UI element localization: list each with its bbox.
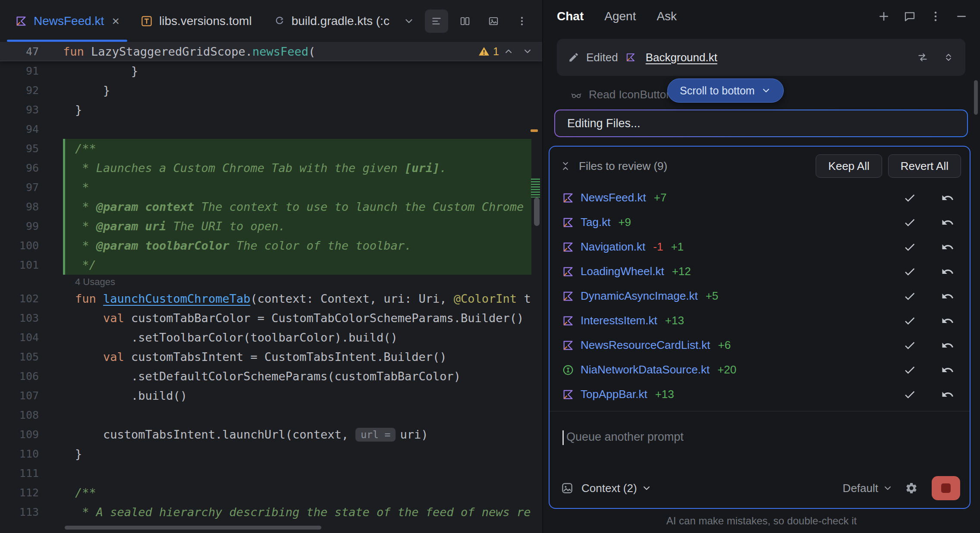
file-name-link[interactable]: NewsFeed.kt [581, 191, 646, 204]
code-line[interactable]: 100 * @param toolbarColor The color of t… [0, 236, 542, 255]
accept-check-icon[interactable] [903, 388, 916, 401]
code-line[interactable]: 97 * [0, 178, 542, 197]
hidden-tabs-dropdown-icon[interactable] [400, 0, 418, 42]
code-line[interactable]: 108 [0, 405, 542, 425]
file-name-link[interactable]: LoadingWheel.kt [581, 265, 664, 278]
accept-check-icon[interactable] [903, 339, 916, 352]
screenshot-image-icon[interactable] [482, 9, 505, 33]
accept-check-icon[interactable] [903, 265, 916, 278]
file-name-link[interactable]: Tag.kt [581, 216, 610, 229]
code-line[interactable]: 109 customTabsIntent.launchUrl(context, … [0, 425, 542, 444]
structure-list-icon[interactable] [425, 9, 448, 33]
file-review-row[interactable]: NewsResourceCardList.kt+6 [550, 333, 970, 357]
keep-all-button[interactable]: Keep All [816, 154, 882, 178]
tab-build-gradle[interactable]: build.gradle.kts (:c [262, 0, 400, 42]
code-line[interactable]: 101 */ [0, 255, 542, 275]
file-name-link[interactable]: TopAppBar.kt [581, 388, 647, 401]
minimize-icon[interactable] [955, 10, 968, 23]
stop-button[interactable] [932, 476, 960, 500]
split-editor-icon[interactable] [453, 9, 477, 33]
new-chat-icon[interactable] [877, 10, 890, 23]
expand-collapse-icon[interactable] [943, 52, 954, 63]
accept-check-icon[interactable] [903, 216, 916, 229]
file-review-row[interactable]: Tag.kt+9 [550, 210, 970, 235]
code-line[interactable]: 104 .setToolbarColor(toolbarColor).build… [0, 328, 542, 347]
tab-chat[interactable]: Chat [557, 9, 584, 23]
code-line[interactable]: 102fun launchCustomChromeTab(context: Co… [0, 289, 542, 308]
code-line[interactable]: 106 .setDefaultColorSchemeParams(customT… [0, 367, 542, 386]
close-tab-icon[interactable]: × [112, 15, 119, 28]
code-line[interactable]: 93} [0, 100, 542, 119]
file-review-row[interactable]: NewsFeed.kt+7 [550, 185, 970, 210]
revert-undo-icon[interactable] [941, 191, 954, 204]
context-selector[interactable]: Context (2) [581, 482, 652, 495]
tab-libs-versions[interactable]: libs.versions.toml [130, 0, 262, 42]
code-line[interactable]: 94 [0, 119, 542, 139]
accept-check-icon[interactable] [903, 364, 916, 376]
prev-issue-icon[interactable] [499, 46, 518, 56]
file-review-row[interactable]: Navigation.kt-1+1 [550, 235, 970, 259]
accept-check-icon[interactable] [903, 191, 916, 204]
code-line[interactable]: 91 } [0, 61, 542, 81]
revert-all-button[interactable]: Revert All [888, 154, 961, 178]
usages-hint[interactable]: 4 Usages [0, 275, 542, 289]
tab-ask[interactable]: Ask [656, 9, 677, 23]
code-line[interactable]: 113 * A sealed hierarchy describing the … [0, 502, 542, 522]
file-review-row[interactable]: LoadingWheel.kt+12 [550, 259, 970, 284]
code-line[interactable]: 92 } [0, 81, 542, 100]
code-line[interactable]: 103 val customTabBarColor = CustomTabCol… [0, 308, 542, 328]
file-review-row[interactable]: DynamicAsyncImage.kt+5 [550, 284, 970, 308]
chat-history-icon[interactable] [903, 10, 916, 23]
model-selector[interactable]: Default [843, 482, 893, 495]
show-diff-icon[interactable] [917, 52, 928, 63]
settings-gear-icon[interactable] [905, 482, 918, 495]
kotlin-file-icon [562, 191, 575, 204]
revert-undo-icon[interactable] [941, 216, 954, 229]
tab-agent[interactable]: Agent [604, 9, 636, 23]
accept-check-icon[interactable] [903, 314, 916, 327]
file-name-link[interactable]: NiaNetworkDataSource.kt [581, 363, 710, 376]
revert-undo-icon[interactable] [941, 388, 954, 401]
revert-undo-icon[interactable] [941, 314, 954, 327]
revert-undo-icon[interactable] [941, 364, 954, 376]
code-editor[interactable]: 91 }92 }93}9495/**96 * Launches a Custom… [0, 61, 542, 522]
code-line[interactable]: 98 * @param context The context to use t… [0, 197, 542, 216]
revert-undo-icon[interactable] [941, 241, 954, 254]
scroll-to-bottom-button[interactable]: Scroll to bottom [667, 78, 784, 103]
revert-undo-icon[interactable] [941, 339, 954, 352]
vertical-scrollbar[interactable] [534, 198, 540, 226]
code-line[interactable]: 95/** [0, 139, 542, 158]
edited-file-link[interactable]: Background.kt [646, 51, 717, 64]
file-review-row[interactable]: TopAppBar.kt+13 [550, 382, 970, 407]
file-review-row[interactable]: NiaNetworkDataSource.kt+20 [550, 357, 970, 382]
file-name-link[interactable]: InterestsItem.kt [581, 314, 657, 327]
collapse-icon[interactable] [560, 160, 571, 172]
code-line[interactable]: 111 [0, 464, 542, 483]
sticky-header-line[interactable]: 47 fun LazyStaggeredGridScope.newsFeed( … [0, 42, 542, 61]
code-line[interactable]: 96 * Launches a Custom Chrome Tab with t… [0, 158, 542, 178]
code-line[interactable]: 110} [0, 444, 542, 464]
attach-image-icon[interactable] [561, 482, 574, 495]
tab-newsfeed[interactable]: NewsFeed.kt × [4, 0, 130, 42]
warning-badge[interactable]: 1 [478, 45, 499, 58]
code-line[interactable]: 112/** [0, 483, 542, 502]
file-name-link[interactable]: DynamicAsyncImage.kt [581, 289, 698, 303]
kotlin-file-icon [625, 52, 636, 63]
accept-check-icon[interactable] [903, 290, 916, 303]
next-issue-icon[interactable] [518, 46, 537, 56]
code-line[interactable]: 99 * @param uri The URI to open. [0, 216, 542, 236]
more-options-icon[interactable] [929, 10, 942, 23]
horizontal-scrollbar[interactable] [65, 526, 321, 530]
edited-file-card[interactable]: Edited Background.kt [557, 39, 965, 76]
code-line[interactable]: 107 .build() [0, 386, 542, 405]
file-name-link[interactable]: Navigation.kt [581, 240, 645, 254]
file-name-link[interactable]: NewsResourceCardList.kt [581, 339, 710, 352]
code-line[interactable]: 105 val customTabsIntent = CustomTabsInt… [0, 347, 542, 367]
prompt-input[interactable]: Queue another prompt [550, 411, 970, 476]
chat-scrollbar[interactable] [974, 80, 978, 115]
accept-check-icon[interactable] [903, 241, 916, 254]
more-options-icon[interactable] [510, 9, 534, 33]
revert-undo-icon[interactable] [941, 265, 954, 278]
file-review-row[interactable]: InterestsItem.kt+13 [550, 308, 970, 333]
revert-undo-icon[interactable] [941, 290, 954, 303]
